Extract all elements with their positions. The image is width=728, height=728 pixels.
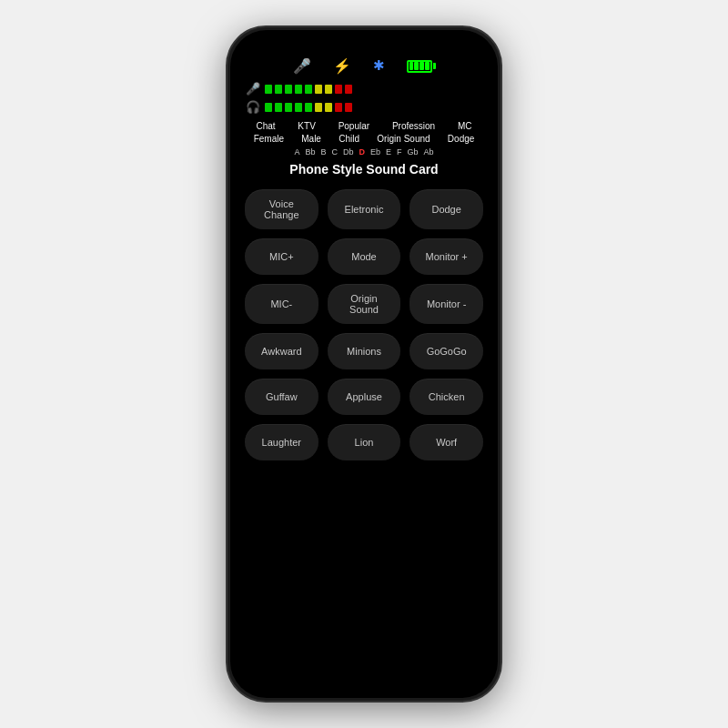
voice-change-button[interactable]: Voice Change bbox=[245, 189, 318, 229]
monitor-minus-button[interactable]: Monitor - bbox=[410, 284, 483, 324]
phone-screen: 🎤 ⚡ ✱ 🎤 bbox=[230, 30, 498, 698]
appluse-button[interactable]: Appluse bbox=[328, 379, 401, 415]
chicken-button[interactable]: Chicken bbox=[410, 379, 483, 415]
lightning-icon: ⚡ bbox=[333, 57, 351, 75]
button-grid: Voice Change Eletronic Dodge MIC+ Mode M… bbox=[245, 189, 483, 460]
headphone-meter-row: 🎧 bbox=[245, 100, 483, 114]
origin-sound-button[interactable]: Origin Sound bbox=[328, 284, 401, 324]
key-ab[interactable]: Ab bbox=[424, 147, 434, 157]
lion-button[interactable]: Lion bbox=[328, 424, 401, 460]
mic-bars bbox=[265, 85, 352, 94]
headphone-bars bbox=[265, 103, 352, 112]
mode-profession[interactable]: Profession bbox=[392, 121, 435, 131]
bluetooth-icon: ✱ bbox=[373, 57, 385, 75]
key-c[interactable]: C bbox=[331, 147, 338, 157]
mic-meter-row: 🎤 bbox=[245, 82, 483, 96]
mic-plus-button[interactable]: MIC+ bbox=[245, 238, 318, 275]
monitor-plus-button[interactable]: Monitor + bbox=[410, 238, 483, 275]
key-eb[interactable]: Eb bbox=[370, 147, 380, 157]
mode-row-2: Female Male Child Origin Sound Dodge bbox=[245, 134, 483, 144]
key-notes-row: A Bb B C Db D Eb E F Gb Ab bbox=[245, 147, 483, 157]
key-f[interactable]: F bbox=[397, 147, 402, 157]
mic-minus-button[interactable]: MIC- bbox=[245, 284, 318, 324]
key-d[interactable]: D bbox=[359, 147, 366, 157]
key-e[interactable]: E bbox=[386, 147, 391, 157]
worf-button[interactable]: Worf bbox=[410, 424, 483, 460]
level-meters: 🎤 🎧 bbox=[245, 82, 483, 114]
mic-icon: 🎤 bbox=[245, 82, 261, 96]
key-a[interactable]: A bbox=[294, 147, 299, 157]
eletronic-button[interactable]: Eletronic bbox=[328, 189, 401, 229]
laughter-button[interactable]: Laughter bbox=[245, 424, 318, 460]
key-db[interactable]: Db bbox=[343, 147, 354, 157]
minions-button[interactable]: Minions bbox=[328, 333, 401, 369]
awkward-button[interactable]: Awkward bbox=[245, 333, 318, 369]
key-b[interactable]: B bbox=[320, 147, 326, 157]
headphone-icon: 🎧 bbox=[245, 100, 261, 114]
status-bar: 🎤 ⚡ ✱ bbox=[293, 57, 436, 75]
mode-button[interactable]: Mode bbox=[328, 238, 401, 275]
mode-male[interactable]: Male bbox=[301, 134, 321, 144]
mode-female[interactable]: Female bbox=[254, 134, 284, 144]
mode-popular[interactable]: Popular bbox=[339, 121, 369, 131]
page-title: Phone Style Sound Card bbox=[289, 162, 438, 177]
key-bb[interactable]: Bb bbox=[305, 147, 315, 157]
mode-ktv[interactable]: KTV bbox=[298, 121, 315, 131]
mode-child[interactable]: Child bbox=[339, 134, 359, 144]
mode-origin-sound[interactable]: Origin Sound bbox=[377, 134, 430, 144]
guffaw-button[interactable]: Guffaw bbox=[245, 379, 318, 415]
phone-device: 🎤 ⚡ ✱ 🎤 bbox=[228, 27, 500, 701]
key-gb[interactable]: Gb bbox=[408, 147, 419, 157]
gogogo-button[interactable]: GoGoGo bbox=[410, 333, 483, 369]
mode-chat[interactable]: Chat bbox=[256, 121, 275, 131]
mode-row-1: Chat KTV Popular Profession MC bbox=[245, 121, 483, 131]
dodge-button[interactable]: Dodge bbox=[410, 189, 483, 229]
mode-mc[interactable]: MC bbox=[458, 121, 472, 131]
mode-dodge[interactable]: Dodge bbox=[448, 134, 474, 144]
mic-muted-icon: 🎤 bbox=[293, 57, 311, 75]
battery-icon bbox=[407, 57, 436, 75]
